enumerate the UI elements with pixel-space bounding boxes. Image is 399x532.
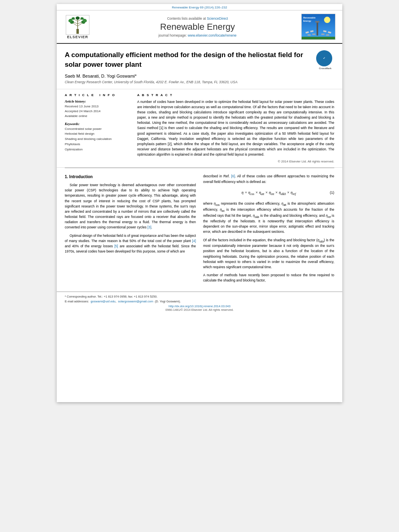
svg-rect-19 [315, 21, 319, 23]
abstract-text: A number of codes have been developed in… [137, 99, 334, 158]
svg-rect-25 [312, 34, 315, 35]
section1-para2: Optimal design of the heliostat field is… [65, 233, 196, 255]
history-label: Article history: [65, 99, 129, 103]
issn-line: 0960-1481/© 2014 Elsevier Ltd. All right… [65, 308, 334, 312]
section1-heading: 1. Introduction [65, 174, 196, 180]
svg-point-14 [76, 16, 80, 20]
email-2-link[interactable]: solargoswami@gmail.com [118, 300, 153, 303]
body-content: 1. Introduction Solar power tower techno… [57, 168, 342, 292]
svg-rect-24 [308, 35, 311, 36]
keywords-label: Keywords: [65, 122, 129, 126]
journal-header-center: Contents lists available at ScienceDirec… [97, 16, 298, 37]
corresponding-author: * Corresponding author. Tel.: +1 813 974… [65, 294, 334, 299]
ref-4-link[interactable]: [4] [192, 239, 196, 243]
equation-1: η = ηcos × ηatt × ηint × ηs&b × ηref (1) [203, 188, 334, 198]
abstract-column: A B S T R A C T A number of codes have b… [137, 93, 334, 164]
ref-3-link[interactable]: [3] [148, 225, 151, 229]
crossmark-badge: ✓ CrossMark [316, 50, 334, 68]
doi-link[interactable]: http://dx.doi.org/10.1016/j.renene.2014.… [169, 304, 230, 308]
svg-rect-28 [302, 37, 335, 39]
sciencedirect-line: Contents lists available at ScienceDirec… [97, 16, 298, 21]
svg-rect-26 [321, 34, 325, 35]
elsevier-wordmark: ELSEVIER [67, 35, 88, 39]
ref-5-link[interactable]: [5] [114, 244, 118, 248]
keyword-4: Phyllotaxis [65, 142, 129, 147]
ref-6-link[interactable]: [6] [231, 174, 235, 178]
article-info-abstract-section: A R T I C L E I N F O Article history: R… [57, 89, 342, 168]
keyword-1: Concentrated solar power [65, 127, 129, 132]
equation-number: (1) [330, 190, 334, 196]
email-1-link[interactable]: goswami@usf.edu [90, 300, 115, 303]
body-right-column: described in Ref. [6]. All of these code… [203, 174, 334, 286]
section1-para3: described in Ref. [6]. All of these code… [203, 174, 334, 184]
received-date: Received 13 June 2013 [65, 104, 129, 109]
section1-para1: Solar power tower technology is deemed a… [65, 183, 196, 230]
journal-header: ELSEVIER Contents lists available at Sci… [57, 10, 342, 44]
keyword-3: Shading and blocking calculation [65, 137, 129, 142]
svg-rect-18 [317, 22, 318, 35]
keyword-5: Optimization [65, 147, 129, 152]
article-history-group: Article history: Received 13 June 2013 A… [65, 99, 129, 119]
cover-image: Renewable Energy [302, 14, 335, 40]
keyword-2: Heliostat field design [65, 131, 129, 137]
article-title: A computationally efficient method for t… [65, 50, 334, 70]
section1-para4: where ηcos represents the cosine effect … [203, 201, 334, 234]
footnotes-section: * Corresponding author. Tel.: +1 813 974… [57, 292, 342, 314]
doi-line: http://dx.doi.org/10.1016/j.renene.2014.… [65, 304, 334, 308]
journal-name: Renewable Energy [97, 22, 298, 32]
email-addresses: E-mail addresses: goswami@usf.edu, solar… [65, 299, 334, 304]
equation-content: η = ηcos × ηatt × ηint × ηs&b × ηref [242, 189, 296, 197]
abstract-label: A B S T R A C T [137, 93, 334, 97]
svg-point-17 [324, 17, 331, 23]
journal-homepage-link[interactable]: www.elsevier.com/locate/renene [188, 33, 237, 37]
section1-para5: Of all the factors included in the equat… [203, 238, 334, 270]
article-info-label: A R T I C L E I N F O [65, 93, 129, 97]
article-affiliation: Clean Energy Research Center, University… [65, 80, 334, 84]
journal-citation: Renewable Energy 69 (2014) 226–232 [57, 4, 342, 10]
accepted-date: Accepted 24 March 2014 [65, 109, 129, 114]
sciencedirect-link[interactable]: ScienceDirect [207, 16, 228, 21]
article-page: Renewable Energy 69 (2014) 226–232 [57, 4, 342, 402]
journal-homepage-line: journal homepage: www.elsevier.com/locat… [97, 33, 298, 37]
elsevier-logo: ELSEVIER [62, 15, 94, 39]
elsevier-tree-icon [66, 15, 90, 35]
keywords-group: Keywords: Concentrated solar power Helio… [65, 122, 129, 152]
svg-rect-27 [326, 35, 329, 36]
svg-text:Renewable: Renewable [303, 16, 316, 19]
article-title-section: A computationally efficient method for t… [57, 44, 342, 89]
svg-rect-0 [76, 29, 79, 34]
copyright-line: © 2014 Elsevier Ltd. All rights reserved… [137, 160, 334, 163]
available-online: Available online [65, 114, 129, 119]
section1-para6: A number of methods have recently been p… [203, 273, 334, 283]
journal-cover: Renewable Energy [301, 14, 337, 40]
article-info-column: A R T I C L E I N F O Article history: R… [65, 93, 129, 164]
svg-text:Energy: Energy [303, 20, 312, 22]
article-authors: Saeb M. Besarati, D. Yogi Goswami* [65, 74, 334, 78]
body-left-column: 1. Introduction Solar power tower techno… [65, 174, 196, 286]
